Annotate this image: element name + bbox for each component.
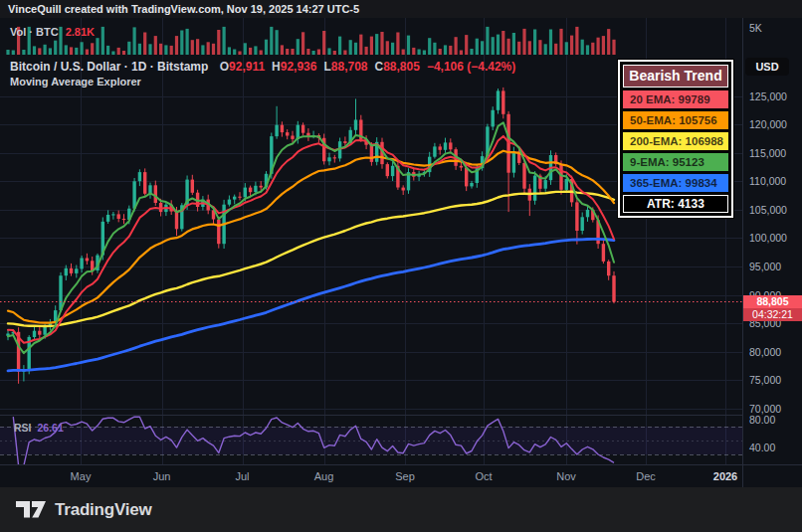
price-tick-label: 75,000 <box>749 374 781 386</box>
rsi-pane <box>0 427 742 455</box>
tradingview-wordmark[interactable]: TradingView <box>55 500 152 520</box>
ma-legend-rows: 20 EMA: 9978950-EMA: 105756200-EMA: 1069… <box>623 90 728 192</box>
last-price-value: 88,805 <box>743 295 802 308</box>
time-tick-label: Oct <box>475 470 492 482</box>
symbol-legend[interactable]: Bitcoin / U.S. Dollar · 1D · Bitstamp O9… <box>10 60 522 74</box>
price-tick-label: 110,000 <box>749 175 786 187</box>
ma-legend-row-2: 200-EMA: 106988 <box>623 132 728 150</box>
low-value: 88,708 <box>331 60 368 74</box>
low-label: L <box>323 60 330 74</box>
footer-bar: TradingView <box>0 487 802 532</box>
currency-toggle-button[interactable]: USD <box>745 58 789 76</box>
high-value: 92,936 <box>281 60 317 74</box>
price-tick-label: 100,000 <box>749 232 787 244</box>
close-label: C <box>375 60 384 74</box>
open-value: 92,911 <box>229 60 265 74</box>
time-tick-label: 2026 <box>713 470 737 482</box>
ma-legend-row-4: 365-EMA: 99834 <box>623 174 728 192</box>
volume-legend-label: Vol · BTC <box>10 26 59 38</box>
price-axis[interactable]: 5K USD 125,000120,000115,000110,000105,0… <box>742 18 802 487</box>
time-tick-label: May <box>71 470 92 482</box>
price-tick-label: 95,000 <box>749 261 781 272</box>
volume-axis-tick: 5K <box>749 22 762 34</box>
time-tick-label: Jul <box>235 470 249 482</box>
attribution-bar: VinceQuill created with TradingView.com,… <box>0 0 802 18</box>
tradingview-snapshot: VinceQuill created with TradingView.com,… <box>0 0 802 532</box>
change-value: −4,106 (−4.42%) <box>427 60 515 74</box>
price-tick-label: 120,000 <box>749 118 787 130</box>
last-price-badge: 88,805 04:32:21 <box>743 295 802 321</box>
tradingview-logo-icon[interactable] <box>16 501 46 518</box>
open-label: O <box>220 60 229 74</box>
indicator-name: Moving Average Explorer <box>10 76 141 88</box>
symbol-title: Bitcoin / U.S. Dollar · 1D · Bitstamp <box>10 60 208 74</box>
ma-legend-row-1: 50-EMA: 105756 <box>623 111 728 129</box>
ma-legend-row-3: 9-EMA: 95123 <box>623 153 728 171</box>
time-tick-label: Dec <box>636 470 656 482</box>
rsi-label-text: RSI <box>14 422 32 434</box>
time-axis[interactable]: MayJunJulAugSepOctNovDec2026 <box>0 464 802 487</box>
time-tick-label: Jun <box>153 470 171 482</box>
bar-countdown-timer: 04:32:21 <box>743 308 802 321</box>
volume-legend[interactable]: Vol · BTC2.81K <box>10 26 95 38</box>
ma-legend-row-0: 20 EMA: 99789 <box>623 90 728 108</box>
ma-explorer-panel: Bearish Trend 20 EMA: 9978950-EMA: 10575… <box>618 60 733 218</box>
price-tick-label: 80,000 <box>749 346 781 358</box>
rsi-legend[interactable]: RSI26.61 <box>14 422 64 434</box>
price-tick-label: 125,000 <box>749 90 787 102</box>
trend-status-badge: Bearish Trend <box>623 65 728 88</box>
rsi-tick-label: 40.00 <box>749 442 775 453</box>
volume-legend-value: 2.81K <box>66 26 95 38</box>
candlestick-series <box>6 88 615 384</box>
atr-badge: ATR: 4133 <box>623 195 728 213</box>
rsi-tick-label: 80.00 <box>749 414 775 426</box>
price-tick-label: 115,000 <box>749 147 786 159</box>
volume-series <box>6 27 615 55</box>
time-tick-label: Nov <box>556 470 576 482</box>
time-tick-label: Sep <box>395 470 415 482</box>
high-label: H <box>272 60 281 74</box>
attribution-text: VinceQuill created with TradingView.com,… <box>8 3 359 15</box>
rsi-value: 26.61 <box>38 422 64 434</box>
time-tick-label: Aug <box>314 470 334 482</box>
price-tick-label: 105,000 <box>749 204 787 216</box>
close-value: 88,805 <box>383 60 420 74</box>
indicator-legend[interactable]: Moving Average Explorer <box>10 76 141 88</box>
